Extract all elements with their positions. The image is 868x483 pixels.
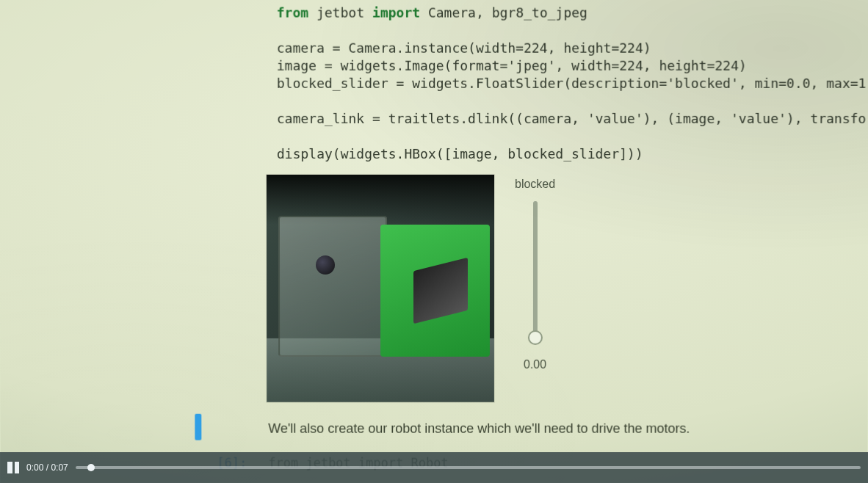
video-seek-thumb[interactable] — [87, 464, 95, 471]
slider-label: blocked — [515, 178, 555, 191]
cell-output: blocked 0.00 — [267, 175, 868, 402]
video-seek-track[interactable] — [76, 466, 861, 469]
video-time: 0:00 / 0:07 — [26, 462, 68, 473]
slider-track[interactable] — [533, 201, 538, 339]
video-controls[interactable]: 0:00 / 0:07 — [0, 452, 868, 483]
pause-icon[interactable] — [7, 462, 19, 473]
markdown-text: We'll also create our robot instance whi… — [268, 421, 867, 437]
screen-surface: from jetbot import Camera, bgr8_to_jpeg … — [0, 0, 868, 483]
slider-thumb[interactable] — [527, 330, 542, 345]
cell-running-indicator — [195, 414, 201, 440]
camera-image — [267, 175, 494, 402]
slider-value: 0.00 — [524, 358, 546, 371]
jupyter-notebook-view: from jetbot import Camera, bgr8_to_jpeg … — [0, 0, 868, 471]
code-cell[interactable]: from jetbot import Camera, bgr8_to_jpeg … — [195, 0, 868, 169]
blocked-slider-widget[interactable]: blocked 0.00 — [515, 175, 555, 371]
